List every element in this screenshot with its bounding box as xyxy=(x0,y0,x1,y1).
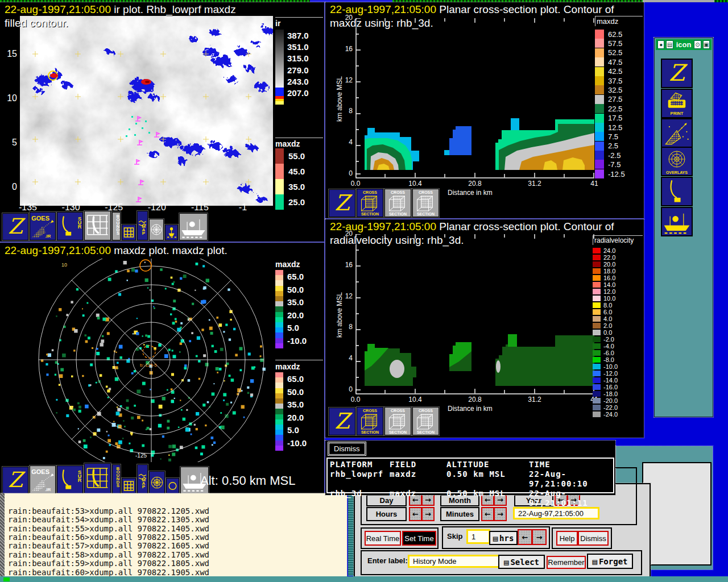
grid-radar-button[interactable] xyxy=(84,211,111,240)
cross-section-button[interactable]: CROSS SECTION xyxy=(384,189,411,217)
window-menu-icon[interactable]: ● xyxy=(657,40,664,49)
menu-icon: ▤ xyxy=(504,558,508,567)
platform-table: PLATFORMFIELDALTITUDETIME rhb_lowprfmaxd… xyxy=(326,458,614,493)
small-grid-button[interactable] xyxy=(122,225,136,240)
colorbar-label: 5.0 xyxy=(287,323,307,332)
map-button[interactable]: MAP xyxy=(137,464,148,494)
timestamp: 22-aug-1997,21:05:00 xyxy=(5,3,111,15)
satellite-button[interactable] xyxy=(661,118,693,148)
colorbar-label: 315.0 xyxy=(287,53,309,63)
axis-tick-label: 8 xyxy=(349,107,353,115)
zebra-logo-button[interactable]: Z xyxy=(329,189,355,217)
storm-circle-marker xyxy=(140,260,151,271)
label-input[interactable]: History Mode xyxy=(408,555,500,568)
window-iconify-icon[interactable]: ⊙ xyxy=(694,40,701,49)
dismiss-button[interactable]: Dismiss xyxy=(328,442,366,456)
satellite-ir-image[interactable] xyxy=(20,16,273,206)
range-rings-button[interactable] xyxy=(149,219,164,240)
overlays-button[interactable]: OVERLAYS xyxy=(661,147,693,176)
colorbar-entry: 10.0 xyxy=(593,295,643,302)
circle-overlay-button[interactable] xyxy=(166,478,179,494)
remember-button[interactable]: Remember xyxy=(547,556,586,569)
terminal-window[interactable]: rain:beaufait:53>xdump.all 970822.1205.x… xyxy=(0,493,347,576)
zebra-logo-button[interactable]: Z xyxy=(661,59,693,88)
terminal-line: rain:beaufait:56>xdump.all 970822.1505.x… xyxy=(8,533,347,542)
window-list-icon[interactable]: ▤ xyxy=(666,40,673,49)
colorbar-entry: 17.5 xyxy=(595,114,643,123)
colorbar-entry: 4.0 xyxy=(593,315,643,322)
range-rings-button[interactable] xyxy=(149,471,165,494)
grid-radar-button[interactable] xyxy=(84,463,111,494)
radar-antenna-button[interactable] xyxy=(661,177,693,206)
svg-text:SECTION: SECTION xyxy=(389,430,407,434)
skip-back-arrow[interactable]: ← xyxy=(518,529,532,545)
menu-icon: ▤ xyxy=(592,557,597,566)
print-button[interactable]: PRINT xyxy=(661,89,693,118)
small-grid-button[interactable] xyxy=(122,478,136,494)
timestamp: 22-aug-1997,21:05:00 xyxy=(330,221,436,232)
set-time-button[interactable]: Set Time xyxy=(402,531,436,546)
hours-increment-arrow[interactable]: → xyxy=(421,507,435,521)
surveillance-radar-button[interactable]: SUR xyxy=(57,212,83,240)
surveillance-radar-button[interactable]: SUR xyxy=(57,465,83,494)
minutes-decrement-arrow[interactable]: ← xyxy=(481,507,494,521)
axis-tick-label: 12 xyxy=(345,76,353,84)
colorbar-entry: 55.0 xyxy=(275,148,323,164)
ship-button[interactable] xyxy=(179,213,208,240)
window-resize-strip[interactable] xyxy=(0,493,5,576)
x-axis-ticks: 0.010.420.831.241 xyxy=(344,180,606,188)
table-header: TIME xyxy=(529,460,611,469)
cross-section-button-active[interactable]: CROSS SECTION xyxy=(357,189,383,217)
colorbar-entry: 18.0 xyxy=(593,268,643,275)
time-input[interactable]: 22-Aug-97,21:05:00 xyxy=(513,507,599,519)
cross-section-button[interactable]: CROSS SECTION xyxy=(412,189,439,217)
buoy-button[interactable] xyxy=(165,225,178,240)
zebra-logo-button[interactable]: Z xyxy=(2,467,28,494)
cross-section-button[interactable]: CROSS SECTION xyxy=(384,407,411,435)
colorbar-entry: 62.5 xyxy=(595,30,643,39)
minutes-increment-arrow[interactable]: → xyxy=(494,507,507,521)
colorbar-label: 20.0 xyxy=(287,413,307,422)
colorbar-segment xyxy=(275,343,283,348)
skip-input[interactable]: 1 xyxy=(466,529,490,544)
colorbar-entry: 52.5 xyxy=(595,48,643,57)
ir-plot-window: 22-aug-1997,21:05:00 ir plot. Rhb_lowprf… xyxy=(0,2,324,242)
colorbar-label: 35.0 xyxy=(287,297,307,307)
map-button[interactable]: MAP xyxy=(137,211,148,240)
minutes-button[interactable]: Minutes xyxy=(440,507,479,521)
xsec-radialvelocity-plot[interactable] xyxy=(355,234,594,394)
cross-section-button-active[interactable]: CROSS SECTION xyxy=(357,407,383,435)
ship-button[interactable] xyxy=(661,207,693,236)
cross-section-button[interactable]: CROSS SECTION xyxy=(412,407,439,435)
select-menu-button[interactable]: ▤ Select xyxy=(498,555,545,569)
bounds-button[interactable]: BOUNDS xyxy=(112,212,121,240)
hours-decrement-arrow[interactable]: ← xyxy=(409,507,422,521)
xsec-maxdz-plot[interactable] xyxy=(355,18,594,178)
colorbar-segment xyxy=(275,383,283,388)
colorbar-entry: -12.0 xyxy=(593,370,643,377)
platform-field-window: Dismiss PLATFORMFIELDALTITUDETIME rhb_lo… xyxy=(325,440,615,495)
axis-tick-label: 10.4 xyxy=(403,396,427,404)
forget-menu-button[interactable]: ▤ Forget xyxy=(587,554,633,569)
goes-ir-button[interactable]: GOES .IR xyxy=(30,212,56,240)
zebra-logo-button[interactable]: Z xyxy=(2,213,28,240)
maxdz-colorbar: maxdz 62.5 57.5 52.5 47.5 42.5 37.5 32.5… xyxy=(595,16,643,178)
dismiss-button[interactable]: Dismiss xyxy=(578,531,609,546)
goes-ir-button[interactable]: GOES .IR xyxy=(30,465,56,494)
zebra-logo-button[interactable]: Z xyxy=(329,408,355,435)
icon-dock-titlebar[interactable]: ● ▤ icon ⊙ ▣ xyxy=(656,39,712,50)
skip-unit-menu[interactable]: ▤ hrs xyxy=(489,531,518,545)
colorbar-segment xyxy=(275,332,283,338)
colorbar-entry: -16.0 xyxy=(593,384,643,390)
bounds-button[interactable]: BOUNDS xyxy=(112,464,121,494)
hours-button[interactable]: Hours xyxy=(366,507,407,521)
colorbar-segment xyxy=(275,398,283,404)
svg-text:SECTION: SECTION xyxy=(417,212,435,216)
help-button[interactable]: Help xyxy=(556,531,578,546)
window-maximize-icon[interactable]: ▣ xyxy=(703,40,710,49)
real-time-button[interactable]: Real Time xyxy=(365,531,401,546)
axis-tick-label: 5 xyxy=(12,138,17,148)
radar-ppi-display[interactable]: b:-125-5 10 -125 xyxy=(5,259,272,462)
colorbar-entry: 22.5 xyxy=(595,104,643,113)
skip-forward-arrow[interactable]: → xyxy=(532,529,547,545)
